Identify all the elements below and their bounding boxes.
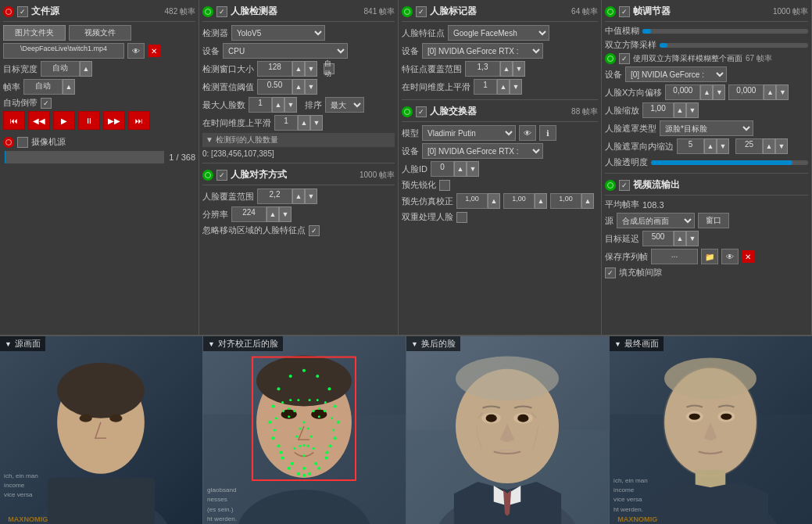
face-swapper-power-btn[interactable] — [402, 106, 413, 117]
bilinear-slider[interactable] — [660, 43, 808, 48]
fm-smooth-input[interactable]: 1 — [474, 79, 497, 95]
resolution-input[interactable]: 224 — [231, 206, 266, 222]
face-count-spin-down[interactable]: ▼ — [686, 102, 699, 118]
target-delay-spin-down[interactable]: ▼ — [686, 231, 699, 246]
btn-pause[interactable]: ⏸ — [78, 111, 100, 130]
eye-icon-btn[interactable]: 👁 — [127, 43, 145, 59]
btn-forward[interactable]: ▶▶ — [103, 111, 125, 130]
face-aligner-power-btn[interactable] — [202, 170, 213, 181]
face-x-spin-down1[interactable]: ▼ — [713, 84, 725, 100]
fm-coverage-spin-up[interactable]: ▲ — [500, 61, 513, 77]
pre-align-y-up[interactable]: ▲ — [535, 193, 547, 209]
target-width-spin-up[interactable]: ▲ — [80, 61, 92, 77]
erode-input[interactable]: 5 — [677, 138, 704, 154]
fm-coverage-input[interactable]: 1,3 — [465, 61, 500, 77]
use-bilinear-checkbox[interactable]: ✓ — [619, 53, 630, 64]
face-count-input[interactable]: 1,00 — [642, 102, 674, 118]
fm-device-select[interactable]: [0] NVIDIA GeForce RTX : — [422, 43, 543, 59]
blur-spin-up[interactable]: ▲ — [763, 138, 775, 154]
face-id-spin-up[interactable]: ▲ — [454, 161, 467, 177]
fm-smooth-spin-down[interactable]: ▼ — [510, 79, 522, 95]
sort-select[interactable]: 最大 — [325, 97, 364, 113]
opacity-slider[interactable] — [651, 160, 808, 165]
resolution-spin-down[interactable]: ▼ — [279, 206, 292, 222]
fd-smooth-input[interactable]: 1 — [274, 115, 298, 131]
fps-spin-up[interactable]: ▲ — [63, 79, 75, 95]
coverage-spin-up[interactable]: ▲ — [292, 188, 305, 204]
face-id-input[interactable]: 0 — [431, 161, 454, 177]
save-path-folder-btn[interactable]: 📁 — [701, 249, 718, 264]
window-size-input[interactable]: 128 — [257, 61, 292, 77]
fa-device-select[interactable]: [0] NVIDIA GeForce : — [625, 66, 727, 82]
stream-output-checkbox[interactable]: ✓ — [619, 180, 630, 191]
face-detector-power-btn[interactable] — [202, 6, 213, 17]
fd-smooth-spin-up[interactable]: ▲ — [298, 115, 310, 131]
progress-bar[interactable] — [5, 151, 164, 163]
erode-spin-up[interactable]: ▲ — [704, 138, 717, 154]
fd-smooth-spin-down[interactable]: ▼ — [310, 115, 323, 131]
resolution-spin-up[interactable]: ▲ — [266, 206, 279, 222]
btn-rewind[interactable]: ◀◀ — [28, 111, 50, 130]
face-marker-power-btn[interactable] — [402, 6, 413, 17]
face-id-spin-down[interactable]: ▼ — [467, 161, 479, 177]
pre-align-x-up[interactable]: ▲ — [488, 193, 500, 209]
fm-smooth-spin-up[interactable]: ▲ — [497, 79, 510, 95]
fm-coverage-spin-down[interactable]: ▼ — [513, 61, 525, 77]
threshold-spin-down[interactable]: ▼ — [305, 79, 317, 95]
target-width-input[interactable]: 自动 — [41, 61, 80, 77]
erode-spin-down[interactable]: ▼ — [717, 138, 729, 154]
pre-align-z[interactable]: 1,00 — [550, 193, 581, 209]
coverage-input[interactable]: 2,2 — [257, 188, 292, 204]
file-source-power-btn[interactable] — [3, 6, 14, 17]
detector-select[interactable]: YoloV5 — [231, 25, 325, 41]
threshold-spin-up[interactable]: ▲ — [292, 79, 305, 95]
frame-adjuster-power-btn[interactable] — [605, 6, 616, 17]
face-x-spin-down2[interactable]: ▼ — [776, 84, 789, 100]
source-select[interactable]: 合成后的画面 — [617, 213, 695, 228]
face-type-select[interactable]: 源脸*目标脸 — [660, 120, 753, 136]
fps-input[interactable]: 自动 — [23, 79, 63, 95]
save-path-eye-btn[interactable]: 👁 — [721, 249, 739, 264]
ignore-checkbox[interactable]: ✓ — [309, 225, 320, 236]
pre-align-x[interactable]: 1,00 — [456, 193, 488, 209]
pre-align-y[interactable]: 1,00 — [503, 193, 535, 209]
stream-output-power-btn[interactable] — [605, 180, 616, 191]
use-bilinear-power-btn[interactable] — [605, 53, 616, 64]
tab-video-file[interactable]: 视频文件 — [69, 25, 131, 41]
window-size-spin-down[interactable]: ▼ — [305, 61, 317, 77]
btn-play[interactable]: ▶ — [53, 111, 75, 130]
landmarks-select[interactable]: Google FaceMesh — [448, 25, 549, 41]
btn-prev[interactable]: ⏮ — [3, 111, 25, 130]
frame-adjuster-checkbox[interactable]: ✓ — [619, 6, 630, 17]
file-path-input[interactable]: \DeepFaceLive\twitch1.mp4 — [3, 43, 124, 59]
target-delay-input[interactable]: 500 — [642, 231, 674, 246]
coverage-spin-down[interactable]: ▼ — [305, 188, 317, 204]
blur-input[interactable]: 25 — [735, 138, 763, 154]
face-x-spin-up1[interactable]: ▲ — [700, 84, 713, 100]
face-x-input2[interactable]: 0,000 — [728, 84, 764, 100]
max-faces-input[interactable]: 1 — [249, 97, 272, 113]
window-size-spin-up[interactable]: ▲ — [292, 61, 305, 77]
btn-next[interactable]: ⏭ — [128, 111, 150, 130]
presharpen-checkbox[interactable] — [439, 180, 450, 191]
face-count-spin-up[interactable]: ▲ — [674, 102, 686, 118]
auto-band-checkbox[interactable]: ✓ — [41, 98, 52, 109]
save-path-input[interactable]: ... — [651, 249, 698, 264]
camera-checkbox[interactable] — [17, 137, 28, 148]
model-info-btn[interactable]: ℹ — [539, 125, 556, 141]
threshold-input[interactable]: 0.50 — [257, 79, 292, 95]
target-delay-spin-up[interactable]: ▲ — [674, 231, 686, 246]
face-detector-checkbox[interactable]: ✓ — [216, 6, 227, 17]
face-x-input1[interactable]: 0,000 — [665, 84, 700, 100]
max-faces-spin-down[interactable]: ▼ — [284, 97, 297, 113]
save-path-close-btn[interactable]: ✕ — [742, 250, 754, 263]
model-eye-btn[interactable]: 👁 — [519, 125, 536, 141]
face-x-spin-up2[interactable]: ▲ — [764, 84, 776, 100]
fill-gaps-checkbox[interactable]: ✓ — [605, 267, 616, 278]
camera-power-btn[interactable] — [3, 137, 14, 148]
dual-process-checkbox[interactable] — [456, 212, 467, 223]
fd-device-select[interactable]: CPU — [223, 43, 348, 59]
model-select[interactable]: Vladimir Putin — [422, 125, 516, 141]
face-aligner-checkbox[interactable]: ✓ — [216, 170, 227, 181]
tab-image-folder[interactable]: 图片文件夹 — [3, 25, 66, 41]
